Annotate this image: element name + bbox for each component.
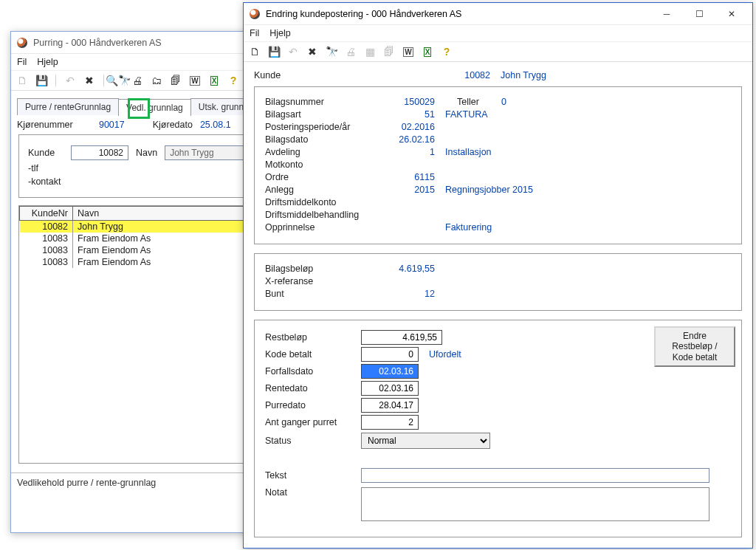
teller-value: 0	[501, 97, 506, 107]
avdeling-value: 1	[383, 147, 435, 157]
delete-icon[interactable]	[83, 74, 96, 87]
new-icon[interactable]	[16, 74, 29, 87]
new-icon[interactable]	[248, 45, 261, 58]
anlegg-text: Regningsjobber 2015	[445, 185, 533, 195]
restbelop-label: Restbeløp	[265, 332, 361, 343]
status-select[interactable]: Normal	[361, 433, 490, 449]
motkonto-label: Motkonto	[265, 159, 383, 170]
calendar-icon[interactable]: ▦	[363, 45, 377, 58]
excel-icon[interactable]	[421, 45, 434, 58]
save-icon[interactable]	[35, 74, 48, 87]
card-icon[interactable]	[150, 74, 163, 87]
driftsbeh-label: Driftsmiddelbehandling	[265, 210, 383, 220]
menu-fil[interactable]: Fil	[250, 28, 259, 38]
purring-title: Purring - 000 Håndverkeren AS	[33, 38, 162, 48]
restbelop-input[interactable]	[361, 330, 442, 345]
kp-titlebar: Endring kundepostering - 000 Håndverkere…	[244, 3, 752, 25]
kunde-name: John Trygg	[501, 70, 546, 80]
menu-hjelp[interactable]: Hjelp	[37, 57, 58, 67]
bilag-group: Bilagsnummer 150029 Teller 0 Bilagsart 5…	[254, 86, 742, 244]
tab-vedl-grunnlag[interactable]: Vedl. grunnlag	[118, 99, 191, 116]
save-icon[interactable]	[267, 45, 281, 58]
kp-toolbar: 🔭 ▦	[244, 41, 752, 62]
menu-hjelp[interactable]: Hjelp	[269, 28, 291, 38]
kundepostering-window: Endring kundepostering - 000 Håndverkere…	[243, 2, 753, 549]
bunt-label: Bunt	[265, 289, 383, 299]
bilagsbelop-value: 4.619,55	[383, 264, 435, 274]
bilagsart-label: Bilagsart	[265, 109, 383, 120]
tekst-label: Tekst	[265, 470, 361, 481]
tab-purre-grunnlag[interactable]: Purre / renteGrunnlag	[17, 98, 119, 115]
undo-icon[interactable]	[286, 45, 300, 58]
app-icon	[250, 9, 260, 19]
notat-label: Notat	[265, 487, 361, 498]
rentedato-label: Rentedato	[265, 383, 361, 393]
forfall-input[interactable]	[361, 364, 419, 379]
word-icon[interactable]	[188, 74, 202, 87]
kodebetalt-input[interactable]	[361, 347, 419, 362]
bilagsdato-value: 26.02.16	[383, 134, 435, 145]
bilagsart-value: 51	[383, 109, 435, 120]
maximize-button[interactable]: ☐	[683, 4, 715, 24]
anlegg-value: 2015	[383, 185, 435, 195]
menu-fil[interactable]: Fil	[17, 57, 27, 67]
col-kundenr[interactable]: KundeNr	[20, 207, 73, 221]
rentedato-input[interactable]	[361, 381, 419, 396]
kodebetalt-label: Kode betalt	[265, 349, 361, 360]
opprinnelse-text: Fakturering	[445, 222, 492, 233]
print-icon[interactable]	[131, 74, 144, 87]
copy-icon[interactable]	[382, 45, 396, 58]
kodebetalt-text: Ufordelt	[429, 349, 461, 360]
tekst-input[interactable]	[361, 468, 709, 483]
kp-title: Endring kundepostering - 000 Håndverkere…	[266, 9, 461, 19]
binoculars-icon[interactable]: 🔭	[111, 74, 125, 87]
copy-icon[interactable]	[169, 74, 182, 87]
bilagsart-text: FAKTURA	[445, 109, 488, 120]
bilagsbelop-label: Bilagsbeløp	[265, 264, 383, 274]
tlf-label: -tlf	[28, 163, 38, 173]
purredato-input[interactable]	[361, 398, 419, 413]
run-no-value: 90017	[80, 120, 125, 130]
avdeling-text: Installasjon	[445, 147, 492, 157]
opprinnelse-label: Opprinnelse	[265, 222, 383, 233]
kunde-input[interactable]	[71, 145, 128, 160]
excel-icon[interactable]	[207, 74, 221, 87]
periode-value: 02.2016	[383, 122, 435, 132]
run-no-label: Kjørenummer	[17, 120, 73, 130]
avdeling-label: Avdeling	[265, 147, 383, 157]
run-date-value: 25.08.1	[200, 120, 231, 130]
word-icon[interactable]	[402, 45, 415, 58]
help-icon[interactable]	[227, 74, 240, 87]
kunde-no: 10082	[372, 70, 490, 80]
navn-input	[165, 145, 253, 160]
toolbar-divider	[103, 75, 104, 86]
delete-icon[interactable]	[306, 45, 319, 58]
notat-input[interactable]	[361, 487, 709, 521]
close-button[interactable]: ✕	[715, 4, 748, 24]
anlegg-label: Anlegg	[265, 185, 383, 195]
antpurret-input[interactable]	[361, 415, 419, 430]
navn-label: Navn	[136, 148, 157, 158]
purredato-label: Purredato	[265, 400, 361, 410]
minimize-button[interactable]: ─	[650, 4, 683, 24]
bilagsnummer-label: Bilagsnummer	[265, 97, 383, 107]
kontakt-label: -kontakt	[28, 176, 61, 187]
kunde-label: Kunde	[254, 70, 372, 80]
forfall-label: Forfallsdato	[265, 366, 361, 377]
kunde-label: Kunde	[28, 148, 63, 158]
bilagsdato-label: Bilagsdato	[265, 134, 383, 145]
amount-group: Bilagsbeløp 4.619,55 X-referanse Bunt 12	[254, 253, 742, 311]
toolbar-divider	[55, 75, 56, 86]
undo-icon[interactable]	[63, 74, 77, 87]
help-icon[interactable]	[440, 45, 453, 58]
app-icon	[17, 38, 27, 48]
ordre-label: Ordre	[265, 172, 383, 182]
endre-restbelop-button[interactable]: Endre Restbeløp / Kode betalt	[654, 326, 735, 367]
binoculars-icon[interactable]: 🔭	[325, 45, 338, 58]
print-icon[interactable]	[344, 45, 357, 58]
xref-label: X-referanse	[265, 276, 383, 286]
antpurret-label: Ant ganger purret	[265, 417, 361, 427]
status-label: Status	[265, 436, 361, 446]
bunt-value: 12	[383, 289, 435, 299]
run-date-label: Kjøredato	[153, 120, 193, 130]
